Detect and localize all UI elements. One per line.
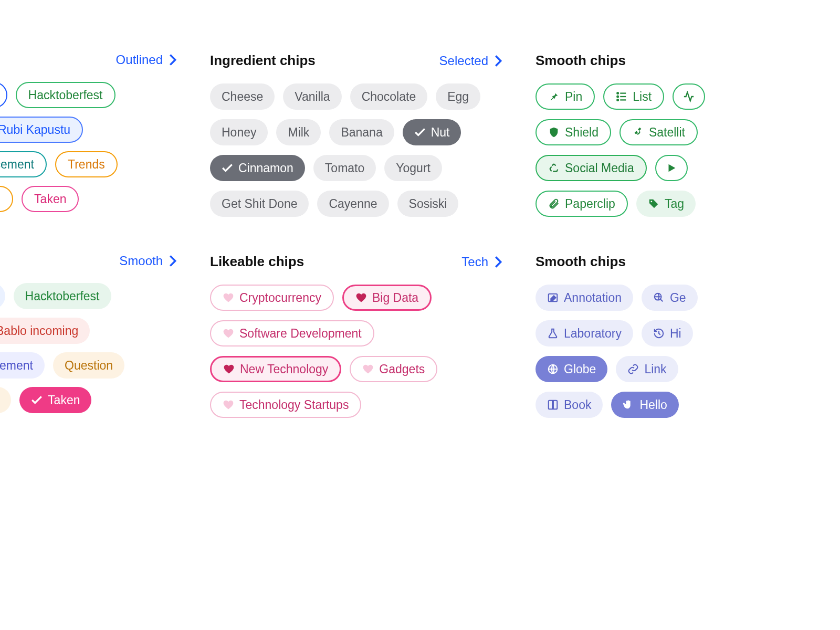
chip-cayenne[interactable]: Cayenne: [317, 191, 388, 217]
chip-label: Technology Startups: [239, 398, 349, 412]
section-smooth-indigo: Smooth chips Annotation Ge Laboratory Hi…: [536, 254, 777, 418]
chip-label: Egg: [447, 90, 469, 104]
chip-rubi-kapustu[interactable]: Rubi Kapustu: [0, 117, 83, 143]
link-selected[interactable]: Selected: [439, 54, 504, 68]
chip-label: Cheese: [222, 90, 263, 104]
chip-taken2[interactable]: Taken: [19, 387, 91, 413]
chip-vanilla[interactable]: Vanilla: [283, 83, 341, 110]
chip-question[interactable]: Question: [53, 352, 124, 379]
link-label: Outlined: [116, 52, 163, 67]
chip-label: Yogurt: [396, 161, 430, 175]
list-icon: [616, 91, 627, 102]
chip-softwaredev[interactable]: Software Development: [210, 320, 374, 346]
chip-geo[interactable]: Ge: [642, 285, 698, 311]
chip-enhancement2[interactable]: ancement: [0, 352, 45, 379]
chip-link[interactable]: Link: [616, 356, 678, 382]
chip-label: Pin: [565, 90, 582, 104]
link-smooth[interactable]: Smooth: [119, 254, 178, 268]
chip-label: Bablo incoming: [0, 324, 78, 338]
chip-cheese[interactable]: Cheese: [210, 83, 275, 110]
chip-cinnamon[interactable]: Cinnamon: [210, 155, 305, 181]
chip-pin[interactable]: Pin: [536, 83, 595, 110]
chip-label: Satellit: [649, 125, 685, 140]
chevron-right-icon: [492, 256, 504, 268]
chip-laboratory[interactable]: Laboratory: [536, 320, 633, 346]
section-smooth-green: Smooth chips Pin List Shield Satellit So…: [536, 52, 777, 217]
chip-honey[interactable]: Honey: [210, 119, 268, 145]
chevron-right-icon: [492, 55, 504, 67]
section-ingredient: Ingredient chips Selected Cheese Vanilla…: [210, 52, 504, 217]
chip-tag[interactable]: Tag: [636, 191, 696, 217]
section-likeable: Likeable chips Tech Cryptocurrency Big D…: [210, 254, 504, 418]
chip-egg[interactable]: Egg: [436, 83, 480, 110]
chip-shield[interactable]: Shield: [536, 119, 611, 145]
chip-enhancement[interactable]: ancement: [0, 151, 47, 177]
heart-icon: [355, 292, 367, 303]
chip-taken[interactable]: Taken: [22, 186, 79, 212]
chip-nut[interactable]: Nut: [403, 119, 461, 145]
chip-label: Globe: [564, 362, 596, 376]
chip-globe[interactable]: Globe: [536, 356, 607, 382]
chip-list[interactable]: List: [603, 83, 664, 110]
chip-paperclip[interactable]: Paperclip: [536, 191, 628, 217]
chip-label: Hi: [670, 327, 681, 341]
chip-getshitdone[interactable]: Get Shit Done: [210, 191, 309, 217]
chip-label: Trends: [68, 158, 105, 172]
paperclip-icon: [548, 198, 560, 209]
section-title: Ingredient chips: [210, 52, 316, 69]
chip-milk[interactable]: Milk: [276, 119, 321, 145]
chip-hello[interactable]: Hello: [611, 392, 678, 418]
chip-book[interactable]: Book: [536, 392, 603, 418]
chip-banana[interactable]: Banana: [329, 119, 394, 145]
chip-tomato[interactable]: Tomato: [313, 155, 376, 181]
chip-label: Book: [564, 398, 591, 412]
search-globe-icon: [653, 292, 665, 303]
chip-gadgets[interactable]: Gadgets: [350, 356, 437, 382]
section-title: Smooth chips: [536, 254, 626, 270]
chip-bigdata[interactable]: Big Data: [342, 285, 432, 311]
chip-label: Sosiski: [409, 197, 447, 211]
chip-invited[interactable]: ited: [0, 186, 13, 212]
chip-bablo[interactable]: Bablo incoming: [0, 318, 90, 344]
chip-hacktoberfest2[interactable]: Hacktoberfest: [14, 283, 111, 309]
chip-techstartups[interactable]: Technology Startups: [210, 392, 361, 418]
heart-icon: [223, 399, 234, 411]
chip-trends[interactable]: Trends: [55, 151, 118, 177]
chip-cryptocurrency[interactable]: Cryptocurrency: [210, 285, 334, 311]
chip-social-media[interactable]: Social Media: [536, 155, 647, 181]
chip-chocolate[interactable]: Chocolate: [350, 83, 428, 110]
link-tech[interactable]: Tech: [461, 255, 504, 269]
chip-play[interactable]: [655, 155, 688, 181]
chip-annotation[interactable]: Annotation: [536, 285, 633, 311]
book-icon: [547, 399, 559, 411]
chip-label: Gadgets: [379, 362, 425, 376]
chip-bug[interactable]: ug: [0, 82, 7, 108]
chip-label: Milk: [288, 125, 309, 140]
chip-invited2[interactable]: ited: [0, 387, 11, 413]
tag-icon: [648, 198, 659, 209]
heart-icon: [223, 328, 234, 339]
activity-icon: [683, 91, 695, 102]
link-outlined[interactable]: Outlined: [116, 52, 178, 67]
check-icon: [31, 395, 43, 405]
section-smooth-left: Smooth ug Hacktoberfest Bablo incoming a…: [0, 254, 178, 418]
history-icon: [653, 328, 665, 339]
chip-history[interactable]: Hi: [642, 320, 693, 346]
chip-label: New Technology: [240, 362, 328, 376]
chip-activity[interactable]: [673, 83, 705, 110]
chip-hacktoberfest[interactable]: Hacktoberfest: [16, 82, 116, 108]
chip-label: Banana: [341, 125, 382, 140]
chip-newtech[interactable]: New Technology: [210, 356, 341, 382]
chip-label: Software Development: [239, 327, 362, 341]
chip-label: Annotation: [564, 291, 622, 305]
flask-icon: [547, 328, 559, 339]
chip-bug2[interactable]: ug: [0, 283, 5, 309]
chevron-right-icon: [167, 255, 178, 267]
chip-satellite[interactable]: Satellit: [620, 119, 698, 145]
section-title: Likeable chips: [210, 254, 304, 270]
chip-label: Ge: [670, 291, 686, 305]
svg-point-6: [650, 201, 652, 202]
chip-sosiski[interactable]: Sosiski: [397, 191, 459, 217]
chip-label: Nut: [431, 125, 450, 140]
chip-yogurt[interactable]: Yogurt: [384, 155, 442, 181]
